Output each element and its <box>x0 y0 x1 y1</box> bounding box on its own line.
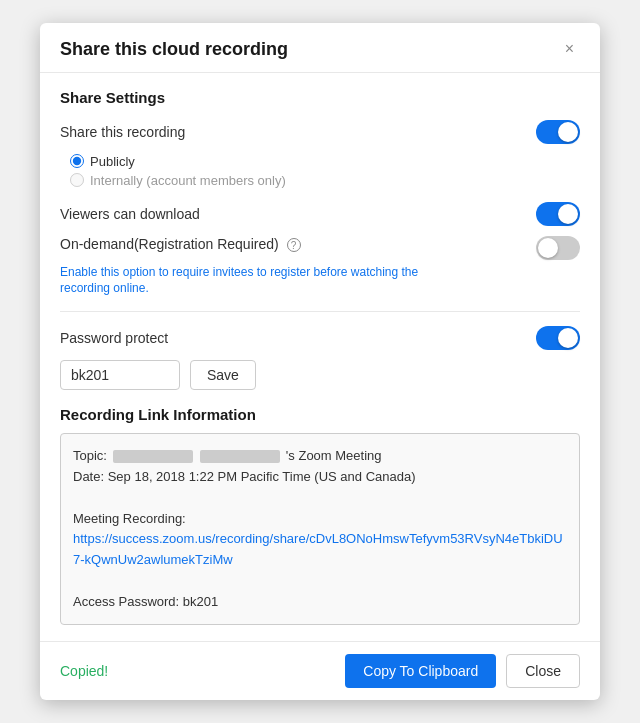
on-demand-label: On-demand(Registration Required) ? <box>60 236 301 253</box>
viewers-download-track[interactable] <box>536 202 580 226</box>
viewers-download-toggle[interactable] <box>536 202 580 226</box>
viewers-download-label: Viewers can download <box>60 206 200 222</box>
share-recording-toggle[interactable] <box>536 120 580 144</box>
radio-internally-label[interactable]: Internally (account members only) <box>90 173 286 188</box>
password-protect-label: Password protect <box>60 330 168 346</box>
password-protect-track[interactable] <box>536 326 580 350</box>
share-recording-row: Share this recording <box>60 120 580 144</box>
viewers-download-thumb <box>558 204 578 224</box>
on-demand-toggle[interactable] <box>536 236 580 260</box>
share-recording-thumb <box>558 122 578 142</box>
radio-publicly-label[interactable]: Publicly <box>90 154 135 169</box>
topic-redacted-1 <box>113 450 193 463</box>
password-protect-thumb <box>558 328 578 348</box>
meeting-recording-label: Meeting Recording: <box>73 509 567 530</box>
close-button[interactable]: Close <box>506 654 580 688</box>
recording-topic-line: Topic: 's Zoom Meeting <box>73 446 567 467</box>
share-recording-track[interactable] <box>536 120 580 144</box>
on-demand-thumb <box>538 238 558 258</box>
copy-to-clipboard-button[interactable]: Copy To Clipboard <box>345 654 496 688</box>
dialog-body: Share Settings Share this recording Publ… <box>40 73 600 642</box>
radio-group: Publicly Internally (account members onl… <box>70 154 580 188</box>
on-demand-help-icon[interactable]: ? <box>287 238 301 252</box>
viewers-download-row: Viewers can download <box>60 202 580 226</box>
radio-internally: Internally (account members only) <box>70 173 580 188</box>
dialog-header: Share this cloud recording × <box>40 23 600 73</box>
recording-link-box: Topic: 's Zoom Meeting Date: Sep 18, 201… <box>60 433 580 625</box>
dialog-title: Share this cloud recording <box>60 39 288 60</box>
password-input[interactable] <box>60 360 180 390</box>
divider <box>60 311 580 312</box>
password-protect-row: Password protect <box>60 326 580 350</box>
radio-internally-input[interactable] <box>70 173 84 187</box>
radio-publicly-input[interactable] <box>70 154 84 168</box>
topic-label: Topic: <box>73 448 107 463</box>
access-password: Access Password: bk201 <box>73 592 567 613</box>
recording-link-title: Recording Link Information <box>60 406 580 423</box>
on-demand-description: Enable this option to require invitees t… <box>60 264 440 298</box>
password-protect-toggle[interactable] <box>536 326 580 350</box>
share-settings-title: Share Settings <box>60 89 580 106</box>
recording-date-line: Date: Sep 18, 2018 1:22 PM Pacific Time … <box>73 467 567 488</box>
on-demand-track[interactable] <box>536 236 580 260</box>
footer-buttons: Copy To Clipboard Close <box>345 654 580 688</box>
share-recording-label: Share this recording <box>60 124 185 140</box>
topic-name-suffix: 's Zoom Meeting <box>286 448 382 463</box>
copied-label: Copied! <box>60 663 108 679</box>
dialog-footer: Copied! Copy To Clipboard Close <box>40 641 600 700</box>
on-demand-row: On-demand(Registration Required) ? <box>60 236 580 260</box>
topic-redacted-2 <box>200 450 280 463</box>
close-x-button[interactable]: × <box>559 39 580 59</box>
meeting-url[interactable]: https://success.zoom.us/recording/share/… <box>73 529 567 571</box>
radio-publicly: Publicly <box>70 154 580 169</box>
password-row: Save <box>60 360 580 390</box>
share-recording-dialog: Share this cloud recording × Share Setti… <box>40 23 600 701</box>
save-password-button[interactable]: Save <box>190 360 256 390</box>
